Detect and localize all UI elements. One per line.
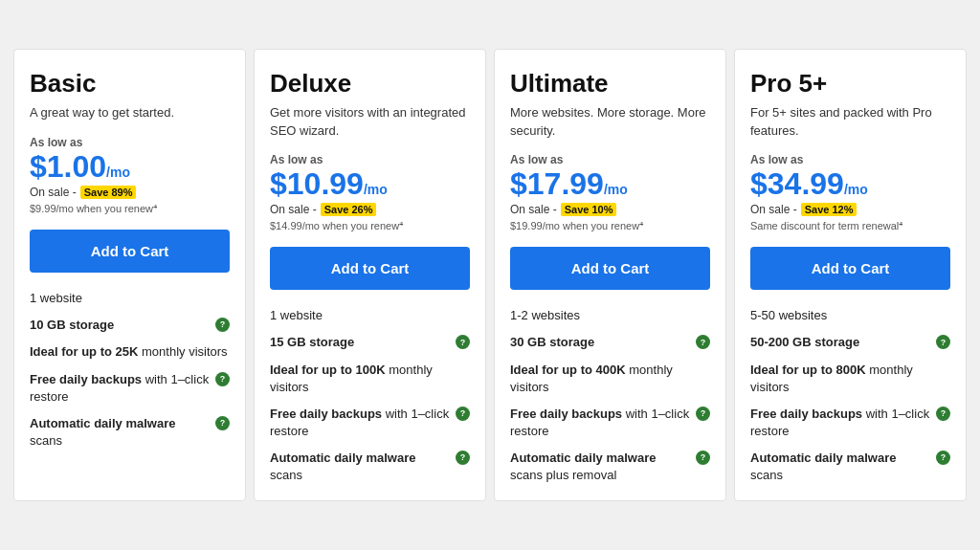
add-to-cart-button[interactable]: Add to Cart: [510, 247, 710, 290]
question-icon: ?: [936, 335, 950, 349]
sale-text: On sale -: [750, 203, 797, 216]
sale-row: On sale - Save 10%: [510, 203, 710, 216]
feature-text: Free daily backups with 1–click restore: [270, 406, 452, 440]
price-per: /mo: [364, 182, 388, 197]
price-row: $17.99 /mo: [510, 168, 710, 199]
plan-tagline: A great way to get started.: [30, 104, 230, 121]
price-row: $10.99 /mo: [270, 168, 470, 199]
plan-card-ultimate: Ultimate More websites. More storage. Mo…: [494, 49, 726, 500]
feature-item: 1-2 websites: [510, 307, 710, 324]
as-low-as-label: As low as: [510, 153, 710, 166]
feature-item: Free daily backups with 1–click restore …: [510, 406, 710, 440]
plan-card-pro5plus: Pro 5+ For 5+ sites and packed with Pro …: [734, 49, 967, 500]
question-icon: ?: [696, 451, 710, 465]
as-low-as-label: As low as: [30, 136, 230, 149]
feature-text: Ideal for up to 25K monthly visitors: [30, 343, 230, 361]
plan-tagline: Get more visitors with an integrated SEO…: [270, 104, 470, 139]
feature-text: Ideal for up to 100K monthly visitors: [270, 362, 470, 396]
feature-item: Free daily backups with 1–click restore …: [750, 406, 950, 440]
feature-item: Free daily backups with 1–click restore …: [270, 406, 470, 440]
plan-name: Pro 5+: [750, 69, 950, 99]
price-row: $34.99 /mo: [750, 168, 950, 199]
price-amount: $1.00: [30, 151, 106, 182]
features-list: 1 website 15 GB storage ? Ideal for up t…: [270, 307, 470, 485]
features-list: 1-2 websites 30 GB storage ? Ideal for u…: [510, 307, 710, 485]
feature-item: 1 website: [270, 307, 470, 324]
question-icon: ?: [456, 335, 470, 349]
price-amount: $17.99: [510, 168, 604, 199]
price-row: $1.00 /mo: [30, 151, 230, 182]
feature-text: 1-2 websites: [510, 307, 710, 324]
feature-text: Free daily backups with 1–click restore: [510, 406, 692, 440]
plan-tagline: More websites. More storage. More securi…: [510, 104, 710, 139]
price-per: /mo: [604, 182, 628, 197]
save-badge: Save 12%: [801, 203, 858, 216]
question-icon: ?: [696, 335, 710, 349]
save-badge: Save 10%: [561, 203, 617, 216]
feature-item: 30 GB storage ?: [510, 334, 710, 351]
sale-text: On sale -: [30, 186, 77, 199]
sale-text: On sale -: [510, 203, 557, 216]
question-icon: ?: [936, 407, 950, 421]
plan-card-basic: Basic A great way to get started. As low…: [13, 49, 246, 500]
price-amount: $34.99: [750, 168, 844, 199]
feature-text: 30 GB storage: [510, 334, 692, 351]
as-low-as-label: As low as: [270, 153, 470, 166]
feature-item: Automatic daily malware scans ?: [270, 450, 470, 484]
feature-item: 50-200 GB storage ?: [750, 334, 950, 351]
feature-text: Free daily backups with 1–click restore: [30, 371, 212, 406]
feature-text: 10 GB storage: [30, 317, 212, 334]
feature-text: 5-50 websites: [750, 307, 950, 324]
plan-name: Basic: [30, 69, 230, 99]
features-list: 5-50 websites 50-200 GB storage ? Ideal …: [750, 307, 950, 485]
sale-row: On sale - Save 26%: [270, 203, 470, 216]
feature-item: Automatic daily malware scans ?: [30, 415, 230, 450]
question-icon: ?: [215, 318, 230, 332]
plan-card-deluxe: Deluxe Get more visitors with an integra…: [254, 49, 486, 500]
add-to-cart-button[interactable]: Add to Cart: [750, 247, 950, 290]
feature-item: 15 GB storage ?: [270, 334, 470, 351]
feature-item: 10 GB storage ?: [30, 317, 230, 334]
feature-item: Ideal for up to 100K monthly visitors: [270, 362, 470, 396]
save-badge: Save 26%: [321, 203, 377, 216]
add-to-cart-button[interactable]: Add to Cart: [30, 230, 230, 273]
plan-tagline: For 5+ sites and packed with Pro feature…: [750, 104, 950, 139]
question-icon: ?: [215, 416, 230, 430]
feature-item: Ideal for up to 25K monthly visitors: [30, 343, 230, 361]
add-to-cart-button[interactable]: Add to Cart: [270, 247, 470, 290]
price-per: /mo: [106, 165, 130, 180]
feature-item: Automatic daily malware scans plus remov…: [510, 450, 710, 484]
renew-text: $19.99/mo when you renew⁴: [510, 219, 710, 233]
feature-text: Free daily backups with 1–click restore: [750, 406, 932, 440]
feature-text: 15 GB storage: [270, 334, 452, 351]
sale-row: On sale - Save 12%: [750, 203, 950, 216]
question-icon: ?: [456, 407, 470, 421]
feature-text: Automatic daily malware scans: [30, 415, 212, 450]
feature-item: Automatic daily malware scans ?: [750, 450, 950, 484]
plan-name: Ultimate: [510, 69, 710, 99]
feature-item: Ideal for up to 800K monthly visitors: [750, 362, 950, 396]
sale-text: On sale -: [270, 203, 317, 216]
feature-text: 1 website: [30, 290, 230, 307]
feature-text: 1 website: [270, 307, 470, 324]
feature-text: Ideal for up to 400K monthly visitors: [510, 362, 710, 396]
renew-text: Same discount for term renewal⁴: [750, 219, 950, 233]
question-icon: ?: [696, 407, 710, 421]
feature-item: Free daily backups with 1–click restore …: [30, 371, 230, 406]
save-badge: Save 89%: [80, 186, 137, 199]
feature-item: Ideal for up to 400K monthly visitors: [510, 362, 710, 396]
question-icon: ?: [456, 451, 470, 465]
price-amount: $10.99: [270, 168, 364, 199]
feature-text: Automatic daily malware scans: [750, 450, 932, 484]
feature-text: Automatic daily malware scans: [270, 450, 452, 484]
price-per: /mo: [844, 182, 868, 197]
feature-text: 50-200 GB storage: [750, 334, 932, 351]
renew-text: $9.99/mo when you renew⁴: [30, 202, 230, 216]
question-icon: ?: [215, 372, 230, 386]
as-low-as-label: As low as: [750, 153, 950, 166]
sale-row: On sale - Save 89%: [30, 186, 230, 199]
feature-text: Automatic daily malware scans plus remov…: [510, 450, 692, 484]
feature-text: Ideal for up to 800K monthly visitors: [750, 362, 950, 396]
pricing-container: Basic A great way to get started. As low…: [10, 49, 970, 500]
feature-item: 1 website: [30, 290, 230, 307]
